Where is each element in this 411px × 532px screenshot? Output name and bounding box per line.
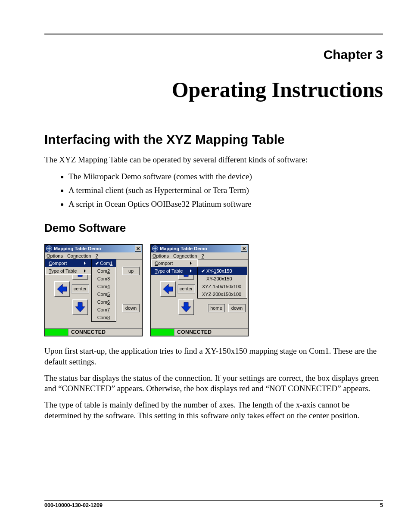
paragraph-startup: Upon first start-up, the application tri… bbox=[44, 346, 383, 367]
svg-marker-5 bbox=[181, 302, 191, 312]
list-item: A script in Ocean Optics OOIBase32 Plati… bbox=[68, 199, 383, 210]
status-bar: CONNECTED bbox=[45, 328, 142, 336]
menu-connection[interactable]: Connection bbox=[173, 253, 197, 258]
intro-paragraph: The XYZ Mapping Table can be operated by… bbox=[44, 155, 383, 165]
menu-item-type-of-table[interactable]: Type of Table bbox=[151, 267, 198, 275]
demo-window-comport: Mapping Table Demo ✕ Options Connection … bbox=[44, 244, 143, 336]
footer-docnum: 000-10000-130-02-1209 bbox=[44, 502, 103, 508]
table-type-submenu: ✔XY-150x150 XY-200x150 XYZ-150x150x100 X… bbox=[197, 267, 247, 299]
left-arrow-button[interactable] bbox=[54, 281, 70, 297]
status-led bbox=[151, 328, 174, 336]
menu-item-com1[interactable]: ✔Com1 bbox=[92, 259, 116, 267]
arrow-down-icon bbox=[181, 302, 192, 313]
close-icon[interactable]: ✕ bbox=[241, 246, 247, 252]
down-arrow-button[interactable] bbox=[72, 299, 88, 315]
menu-options[interactable]: Options bbox=[153, 253, 169, 258]
app-icon bbox=[152, 246, 158, 252]
menu-help[interactable]: ? bbox=[96, 253, 98, 258]
list-item: The Mikropack Demo software (comes with … bbox=[68, 171, 383, 182]
chevron-right-icon bbox=[190, 261, 192, 265]
paragraph-type: The type of table is mainly defined by t… bbox=[44, 400, 383, 421]
menu-item-com6[interactable]: Com6 bbox=[92, 298, 116, 306]
status-text: CONNECTED bbox=[174, 328, 248, 336]
page-footer: 000-10000-130-02-1209 5 bbox=[44, 500, 383, 508]
window-title: Mapping Table Demo bbox=[160, 246, 241, 251]
window-title: Mapping Table Demo bbox=[54, 246, 135, 251]
menu-item-com5[interactable]: Com5 bbox=[92, 290, 116, 298]
down-arrow-button[interactable] bbox=[178, 299, 194, 315]
menu-help[interactable]: ? bbox=[202, 253, 204, 258]
menu-item-com4[interactable]: Com4 bbox=[92, 283, 116, 290]
down-button[interactable]: down bbox=[122, 304, 140, 312]
arrow-left-icon bbox=[56, 283, 68, 295]
status-bar: CONNECTED bbox=[151, 328, 248, 336]
close-icon[interactable]: ✕ bbox=[135, 246, 141, 252]
menu-item-com8[interactable]: Com8 bbox=[92, 314, 116, 321]
menu-item-com7[interactable]: Com7 bbox=[92, 306, 116, 314]
menu-connection[interactable]: Connection bbox=[67, 253, 91, 258]
center-button[interactable]: center bbox=[177, 284, 195, 293]
chevron-right-icon bbox=[190, 269, 192, 273]
home-button[interactable]: home bbox=[208, 304, 225, 312]
chevron-right-icon bbox=[84, 269, 86, 273]
chapter-title: Operating Instructions bbox=[44, 77, 383, 102]
menu-item-xy150[interactable]: ✔XY-150x150 bbox=[198, 267, 247, 275]
menu-item-comport[interactable]: Comport bbox=[151, 259, 198, 267]
menu-item-xyz200[interactable]: XYZ-200x150x100 bbox=[198, 290, 247, 298]
chapter-label: Chapter 3 bbox=[44, 47, 383, 62]
menu-item-com3[interactable]: Com3 bbox=[92, 275, 116, 283]
options-submenu: Comport Type of Table bbox=[45, 259, 92, 275]
menu-item-xyz150[interactable]: XYZ-150x150x100 bbox=[198, 283, 247, 290]
comport-submenu: ✔Com1 Com2 Com3 Com4 Com5 Com6 Com7 Com8 bbox=[91, 259, 116, 322]
center-button[interactable]: center bbox=[71, 284, 89, 293]
svg-marker-1 bbox=[57, 284, 67, 294]
section-heading-interfacing: Interfacing with the XYZ Mapping Table bbox=[44, 132, 383, 147]
software-list: The Mikropack Demo software (comes with … bbox=[44, 171, 383, 209]
menu-item-com2[interactable]: Com2 bbox=[92, 267, 116, 275]
titlebar[interactable]: Mapping Table Demo ✕ bbox=[151, 245, 248, 252]
up-button[interactable]: up bbox=[122, 267, 140, 275]
app-icon bbox=[46, 246, 52, 252]
status-text: CONNECTED bbox=[68, 328, 142, 336]
titlebar[interactable]: Mapping Table Demo ✕ bbox=[45, 245, 142, 252]
options-submenu: Comport Type of Table bbox=[151, 259, 198, 275]
chevron-right-icon bbox=[84, 261, 86, 265]
demo-window-table-type: Mapping Table Demo ✕ Options Connection … bbox=[150, 244, 249, 336]
section-heading-demo: Demo Software bbox=[44, 221, 383, 235]
svg-marker-4 bbox=[163, 284, 173, 294]
menu-item-type-of-table[interactable]: Type of Table bbox=[45, 267, 92, 275]
list-item: A terminal client (such as Hyperterminal… bbox=[68, 185, 383, 196]
menu-item-comport[interactable]: Comport bbox=[45, 259, 92, 267]
menu-item-xy200[interactable]: XY-200x150 bbox=[198, 275, 247, 283]
arrow-down-icon bbox=[75, 302, 86, 313]
arrow-left-icon bbox=[162, 283, 174, 295]
left-arrow-button[interactable] bbox=[160, 281, 176, 297]
status-led bbox=[45, 328, 68, 336]
paragraph-status: The status bar displays the status of th… bbox=[44, 373, 383, 394]
svg-marker-2 bbox=[75, 302, 85, 312]
menu-options[interactable]: Options bbox=[47, 253, 63, 258]
down-button[interactable]: down bbox=[228, 304, 246, 312]
header-rule bbox=[44, 34, 383, 34]
footer-page: 5 bbox=[380, 502, 383, 508]
